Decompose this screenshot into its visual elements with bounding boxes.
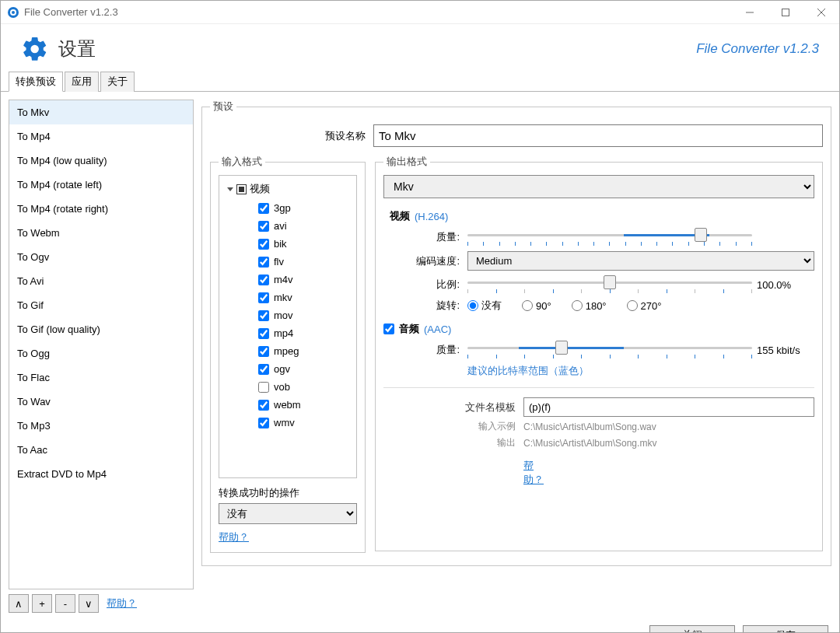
example-out-path: C:\Music\Artist\Album\Song.mkv — [523, 438, 814, 449]
tree-root-label: 视频 — [250, 182, 270, 196]
rotate-180[interactable]: 180° — [572, 300, 607, 312]
svg-rect-4 — [782, 9, 789, 16]
tree-item[interactable]: mkv — [221, 289, 355, 306]
add-preset-button[interactable]: + — [32, 594, 52, 613]
format-label: vob — [274, 381, 290, 393]
format-checkbox[interactable] — [258, 418, 269, 428]
format-checkbox[interactable] — [258, 364, 269, 375]
format-checkbox[interactable] — [258, 328, 269, 339]
preset-item[interactable]: To Flac — [9, 365, 193, 390]
example-in-label: 输入示例 — [383, 420, 516, 433]
example-out-label: 输出 — [383, 436, 516, 449]
rotate-none[interactable]: 没有 — [467, 299, 502, 313]
scale-slider[interactable] — [467, 275, 752, 294]
brand-label: File Converter v1.2.3 — [696, 41, 819, 57]
tree-item[interactable]: vob — [221, 378, 355, 396]
preset-item[interactable]: To Mp4 (low quality) — [9, 149, 193, 173]
preset-list[interactable]: To MkvTo Mp4To Mp4 (low quality)To Mp4 (… — [9, 100, 194, 589]
rotate-90[interactable]: 90° — [522, 300, 551, 312]
encode-speed-label: 编码速度: — [383, 254, 460, 268]
preset-help-link[interactable]: 帮助？ — [107, 596, 137, 610]
tab-presets[interactable]: 转换预设 — [9, 72, 63, 92]
after-action-select[interactable]: 没有 — [219, 503, 357, 524]
preset-item[interactable]: To Mp4 — [9, 124, 193, 149]
preset-item[interactable]: To Webm — [9, 221, 193, 245]
move-up-button[interactable]: ∧ — [9, 594, 29, 613]
audio-codec: (AAC) — [424, 323, 451, 335]
save-button[interactable]: 保存 — [743, 625, 828, 633]
audio-section-label: 音频 — [399, 322, 419, 336]
format-label: mkv — [274, 292, 292, 303]
tree-item[interactable]: mpeg — [221, 342, 355, 360]
preset-item[interactable]: Extract DVD to Mp4 — [9, 462, 193, 486]
close-dialog-button[interactable]: 关闭 — [649, 625, 735, 633]
root-checkbox-indeterminate[interactable] — [236, 184, 247, 194]
preset-item[interactable]: To Gif — [9, 293, 193, 317]
minimize-button[interactable] — [732, 1, 768, 24]
preset-item[interactable]: To Mp4 (rotate right) — [9, 197, 193, 221]
move-down-button[interactable]: ∨ — [79, 594, 99, 613]
format-label: mpeg — [274, 345, 299, 357]
format-label: ogv — [274, 363, 290, 375]
tab-app[interactable]: 应用 — [65, 72, 99, 92]
rotate-label: 旋转: — [383, 299, 460, 313]
output-legend: 输出格式 — [383, 155, 430, 169]
audio-bitrate-value: 155 kbit/s — [757, 344, 814, 356]
format-checkbox[interactable] — [258, 292, 269, 303]
rotate-270[interactable]: 270° — [627, 300, 662, 312]
preset-item[interactable]: To Avi — [9, 269, 193, 293]
format-checkbox[interactable] — [258, 203, 269, 214]
tree-item[interactable]: mp4 — [221, 324, 355, 342]
audio-quality-label: 质量: — [383, 343, 460, 357]
maximize-button[interactable] — [768, 1, 803, 24]
tree-item[interactable]: webm — [221, 396, 355, 414]
output-format-select[interactable]: Mkv — [383, 175, 814, 198]
input-help-link[interactable]: 帮助？ — [219, 530, 249, 544]
encode-speed-select[interactable]: Medium — [467, 251, 814, 271]
after-label: 转换成功时的操作 — [219, 486, 357, 500]
video-quality-slider[interactable] — [467, 228, 752, 247]
audio-quality-slider[interactable] — [467, 341, 752, 359]
tree-item[interactable]: flv — [221, 253, 355, 271]
tree-item[interactable]: avi — [221, 217, 355, 235]
format-checkbox[interactable] — [258, 310, 269, 321]
preset-item[interactable]: To Ogv — [9, 245, 193, 269]
name-label: 预设名称 — [210, 129, 366, 143]
tree-item[interactable]: 3gp — [221, 199, 355, 217]
preset-item[interactable]: To Gif (low quality) — [9, 317, 193, 341]
preset-item[interactable]: To Wav — [9, 390, 193, 414]
tree-item[interactable]: mov — [221, 306, 355, 324]
preset-name-input[interactable] — [373, 124, 823, 147]
format-checkbox[interactable] — [258, 346, 269, 357]
preset-item[interactable]: To Mp4 (rotate left) — [9, 173, 193, 197]
format-checkbox[interactable] — [258, 400, 269, 411]
format-label: mp4 — [274, 327, 293, 339]
template-help-link[interactable]: 帮助？ — [523, 459, 544, 487]
tree-item[interactable]: m4v — [221, 271, 355, 289]
format-checkbox[interactable] — [258, 239, 269, 250]
video-section-label: 视频 — [390, 209, 410, 223]
footer: 关闭 保存 — [1, 621, 839, 633]
preset-legend: 预设 — [210, 100, 236, 114]
preset-item[interactable]: To Aac — [9, 438, 193, 462]
preset-item[interactable]: To Mp3 — [9, 414, 193, 438]
tree-item[interactable]: bik — [221, 235, 355, 253]
filename-template-input[interactable] — [523, 397, 814, 417]
format-checkbox[interactable] — [258, 382, 269, 393]
audio-enable-checkbox[interactable] — [383, 323, 394, 334]
input-format-tree[interactable]: 视频 3gpavibikflvm4vmkvmovmp4mpegogvvobweb… — [219, 175, 357, 478]
format-checkbox[interactable] — [258, 257, 269, 268]
format-checkbox[interactable] — [258, 275, 269, 285]
expand-icon[interactable] — [227, 187, 233, 191]
remove-preset-button[interactable]: - — [55, 594, 75, 613]
preset-item[interactable]: To Ogg — [9, 341, 193, 365]
output-format-fieldset: 输出格式 Mkv 视频 (H.264) 质量: — [375, 155, 823, 551]
close-button[interactable] — [803, 1, 839, 24]
tree-item[interactable]: wmv — [221, 414, 355, 432]
rotate-radio-group: 没有 90° 180° 270° — [467, 299, 814, 313]
tab-about[interactable]: 关于 — [100, 72, 135, 92]
format-checkbox[interactable] — [258, 221, 269, 232]
scale-value: 100.0% — [757, 279, 814, 291]
preset-item[interactable]: To Mkv — [9, 100, 193, 124]
tree-item[interactable]: ogv — [221, 360, 355, 378]
